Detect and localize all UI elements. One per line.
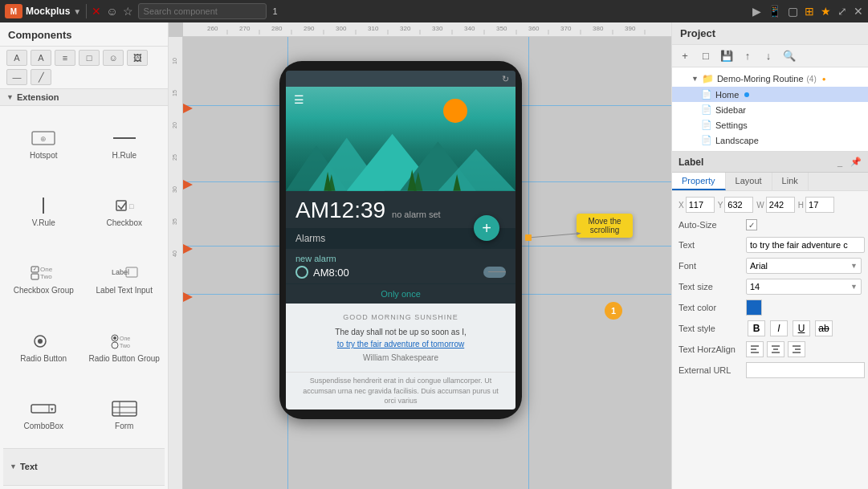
- alarm-time: AM8:00: [313, 267, 349, 279]
- new-alarm-label: new alarm: [295, 254, 506, 263]
- strikethrough-button[interactable]: ab: [815, 320, 833, 336]
- align-left-btn[interactable]: [746, 341, 764, 357]
- form-icon: [108, 397, 141, 420]
- text-input[interactable]: [746, 237, 865, 253]
- x-input[interactable]: [686, 197, 715, 213]
- text-row: Text: [672, 234, 868, 255]
- search-input[interactable]: [138, 3, 267, 19]
- h-input[interactable]: [805, 197, 834, 213]
- tree-root-arrow: ▼: [691, 75, 699, 83]
- grid-icon[interactable]: ⊞: [805, 5, 814, 18]
- tree-page-landscape[interactable]: 📄 Landscape: [672, 132, 868, 148]
- label-panel-title: Label: [679, 157, 703, 168]
- icon-type-6[interactable]: 🖼: [127, 50, 148, 66]
- comp-item-vrule[interactable]: V.Rule: [3, 177, 84, 244]
- star-icon[interactable]: ☆: [123, 5, 133, 18]
- extension-section-header[interactable]: ▼ Extension: [0, 89, 168, 106]
- tree-page-home[interactable]: 📄 Home: [672, 87, 868, 102]
- tree-root-label: Demo-Moring Routine: [717, 74, 804, 84]
- hotspot-icon: ⊕: [27, 127, 59, 149]
- phone-quote-section: GOOD MORNING SUNSHINE The day shall not …: [286, 304, 516, 372]
- proj-save-btn[interactable]: 💾: [719, 48, 735, 64]
- text-prop-label: Text: [679, 240, 743, 250]
- align-right-btn[interactable]: [788, 341, 805, 357]
- phone-bottom-section: Suspendisse hendrerit erat in dui congue…: [286, 372, 516, 410]
- tab-link[interactable]: Link: [772, 173, 809, 190]
- tree-root[interactable]: ▼ 📁 Demo-Moring Routine (4) ●: [672, 71, 868, 87]
- w-input[interactable]: [766, 197, 795, 213]
- svg-point-16: [113, 336, 116, 340]
- radio-label: Radio Button: [20, 354, 67, 363]
- window-icon[interactable]: ▢: [788, 5, 798, 18]
- label-pin-btn[interactable]: 📌: [850, 157, 862, 167]
- proj-search-btn[interactable]: 🔍: [781, 48, 797, 64]
- icon-type-4[interactable]: □: [79, 50, 100, 66]
- w-label: W: [756, 201, 764, 210]
- textalign-label: Text HorzAlign: [679, 344, 743, 354]
- y-label: Y: [718, 201, 723, 210]
- play-icon[interactable]: ▶: [752, 5, 761, 18]
- hero-mountains-svg: [286, 130, 516, 191]
- close-icon[interactable]: ✕: [92, 5, 101, 18]
- tab-property[interactable]: Property: [672, 173, 726, 190]
- comp-item-form[interactable]: Form: [84, 380, 165, 447]
- comp-item-hrule[interactable]: H.Rule: [84, 109, 165, 177]
- bookmark-icon[interactable]: ★: [821, 5, 831, 18]
- phone-device-frame: ↻ ☰: [279, 61, 522, 419]
- svg-text:40: 40: [172, 251, 177, 257]
- comp-item-label-text[interactable]: Label Label Text Input: [84, 245, 165, 312]
- alarm-toggle[interactable]: [483, 267, 506, 278]
- hotspot-label: Hotspot: [30, 151, 57, 160]
- components-grid: ⊕ Hotspot H.Rule V.Rule □: [0, 106, 168, 489]
- comp-item-hotspot[interactable]: ⊕ Hotspot: [3, 109, 84, 177]
- proj-add-btn[interactable]: +: [677, 48, 693, 64]
- expand-icon[interactable]: ⤢: [837, 5, 847, 18]
- section-collapse-arrow: ▼: [6, 93, 14, 101]
- icon-type-1[interactable]: A: [6, 50, 27, 66]
- quote-link: to try the fair adventure of tomorrow: [337, 340, 464, 348]
- tree-page-settings[interactable]: 📄 Settings: [672, 117, 868, 132]
- align-center-btn[interactable]: [767, 341, 784, 357]
- textsize-label: Text size: [679, 282, 743, 291]
- project-tree: ▼ 📁 Demo-Moring Routine (4) ● 📄 Home 📄 S…: [672, 67, 868, 152]
- label-minimize-btn[interactable]: _: [837, 157, 842, 167]
- home-active-dot: [744, 92, 749, 97]
- proj-up-btn[interactable]: ↑: [740, 48, 756, 64]
- canvas-area[interactable]: 260 270 280 290 300 310 320 330 340 350 …: [169, 22, 671, 489]
- autosize-checkbox[interactable]: ✓: [746, 219, 757, 230]
- svg-text:270: 270: [239, 25, 251, 32]
- mobile-icon[interactable]: 📱: [768, 5, 781, 18]
- hamburger-menu-icon[interactable]: ☰: [294, 93, 304, 106]
- comp-item-checkbox[interactable]: □ Checkbox: [84, 177, 165, 244]
- app-logo: M Mockplus ▼: [5, 4, 81, 18]
- icon-type-5[interactable]: ☺: [103, 50, 124, 66]
- textsize-dropdown[interactable]: 14 ▼: [746, 279, 862, 295]
- icon-type-7[interactable]: —: [6, 69, 27, 85]
- tab-layout[interactable]: Layout: [726, 173, 772, 190]
- comp-item-checkbox-group[interactable]: ✓ One Two Checkbox Group: [3, 245, 84, 312]
- text-section-header[interactable]: ▼ Text: [3, 448, 165, 486]
- fab-add-button[interactable]: +: [474, 215, 499, 241]
- icon-type-8[interactable]: ╱: [31, 69, 51, 85]
- font-dropdown[interactable]: Arial ▼: [746, 258, 862, 274]
- italic-button[interactable]: I: [770, 320, 788, 336]
- bold-button[interactable]: B: [748, 320, 765, 336]
- svg-text:370: 370: [560, 25, 572, 32]
- svg-text:Two: Two: [40, 273, 52, 280]
- proj-down-btn[interactable]: ↓: [760, 48, 776, 64]
- externalurl-input[interactable]: [746, 362, 865, 378]
- comp-item-radio[interactable]: Radio Button: [3, 312, 84, 380]
- comp-item-radio-group[interactable]: One Two Radio Button Group: [84, 312, 165, 380]
- quote-line1: The day shall not be up so soon as I,: [335, 328, 466, 336]
- close-window-icon[interactable]: ✕: [854, 5, 863, 18]
- y-input[interactable]: [724, 197, 753, 213]
- icon-type-2[interactable]: A: [31, 50, 51, 66]
- svg-text:One: One: [120, 336, 130, 341]
- tree-page-sidebar[interactable]: 📄 Sidebar: [672, 102, 868, 117]
- comp-item-combobox[interactable]: ▾ ComboBox: [3, 380, 84, 447]
- proj-page-btn[interactable]: □: [698, 48, 714, 64]
- smiley-icon[interactable]: ☺: [106, 5, 117, 18]
- textcolor-swatch[interactable]: [746, 300, 762, 316]
- underline-button[interactable]: U: [793, 320, 810, 336]
- icon-type-3[interactable]: ≡: [55, 50, 75, 66]
